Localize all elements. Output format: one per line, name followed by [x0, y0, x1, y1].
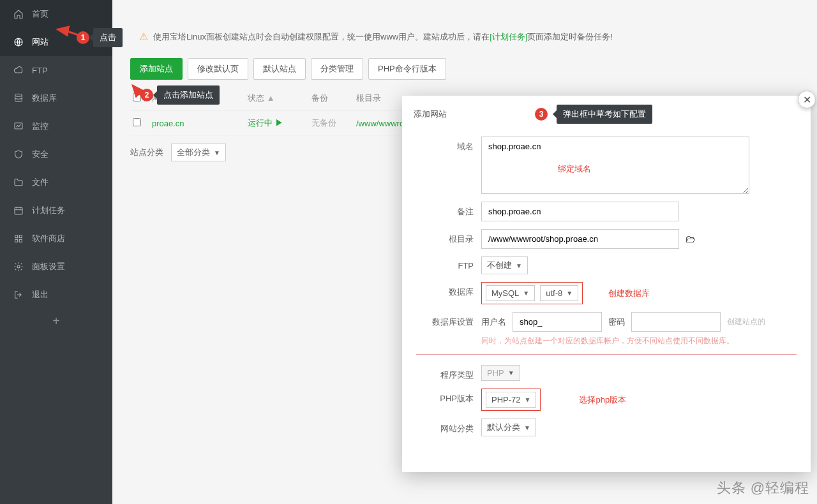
sidebar-item-label: 数据库 — [32, 93, 57, 104]
sidebar-item-label: 首页 — [32, 8, 49, 20]
sidebar-item-appstore[interactable]: 软件商店 — [0, 225, 112, 253]
sidebar-item-settings[interactable]: 面板设置 — [0, 253, 112, 281]
svg-rect-7 — [19, 239, 22, 242]
sidebar-item-label: 网站 — [32, 36, 49, 48]
row-checkbox[interactable] — [133, 118, 141, 126]
calendar-icon — [13, 205, 24, 216]
sidebar-item-label: 面板设置 — [32, 261, 65, 272]
step-badge-2: 2 — [140, 89, 153, 101]
root-input[interactable] — [481, 229, 679, 249]
sidebar-item-cron[interactable]: 计划任务 — [0, 196, 112, 225]
db-charset-select[interactable]: utf-8▼ — [540, 285, 578, 301]
globe-icon — [13, 36, 24, 48]
dbset-hint-right: 创建站点的 — [727, 316, 765, 327]
sidebar-item-label: 退出 — [32, 289, 49, 300]
alert-link[interactable]: [计划任务] — [490, 32, 527, 41]
chevron-down-icon: ▼ — [516, 262, 522, 269]
modify-default-button[interactable]: 修改默认页 — [188, 58, 248, 80]
phpver-group: PHP-72▼ — [481, 389, 541, 411]
folder-browse-icon[interactable]: 🗁 — [686, 233, 696, 245]
php-cli-button[interactable]: PHP命令行版本 — [368, 58, 446, 80]
add-site-modal: ✕ 添加网站 3 弹出框中草考如下配置 域名 shop.proae.cn 绑定域… — [402, 96, 811, 472]
dbset-pwd-input[interactable] — [631, 312, 721, 332]
dbset-user-label: 用户名 — [481, 316, 506, 328]
svg-point-8 — [17, 265, 20, 268]
domain-label: 域名 — [416, 137, 474, 152]
progtype-select: PHP▼ — [481, 365, 520, 381]
svg-rect-5 — [19, 235, 22, 238]
root-label: 根目录 — [416, 229, 474, 245]
svg-rect-6 — [15, 239, 18, 242]
category-mgmt-button[interactable]: 分类管理 — [311, 58, 363, 80]
grid-icon — [13, 233, 24, 244]
cat-select[interactable]: 默认分类▼ — [481, 419, 536, 436]
sidebar: 首页 网站 FTP 数据库 监控 安全 文件 计划任务 软件商店 面板设置 退出… — [0, 0, 112, 504]
sidebar-item-ftp[interactable]: FTP — [0, 56, 112, 84]
annotation-step-1: 1 点击 — [77, 28, 123, 47]
ftp-select[interactable]: 不创建▼ — [481, 256, 528, 274]
domain-note: 绑定域名 — [558, 163, 591, 175]
watermark: 头条 @轻编程 — [717, 478, 809, 498]
close-button[interactable]: ✕ — [798, 91, 816, 108]
add-site-button[interactable]: 添加站点 — [130, 58, 183, 80]
site-backup[interactable]: 无备份 — [311, 117, 356, 129]
sidebar-item-label: 文件 — [32, 177, 49, 188]
cat-label: 网站分类 — [416, 419, 474, 434]
domain-textarea[interactable]: shop.proae.cn — [481, 137, 749, 194]
phpver-note: 选择php版本 — [579, 394, 626, 406]
shield-icon — [13, 149, 24, 160]
sidebar-item-label: 安全 — [32, 149, 49, 160]
modal-title: 添加网站 — [414, 108, 447, 120]
database-icon — [13, 93, 24, 104]
svg-rect-4 — [15, 235, 18, 238]
svg-rect-3 — [15, 207, 22, 214]
folder-icon — [13, 177, 24, 188]
sidebar-add[interactable]: + — [0, 314, 112, 329]
chevron-down-icon: ▼ — [525, 396, 531, 403]
default-site-button[interactable]: 默认站点 — [253, 58, 306, 80]
warning-icon: ⚠ — [139, 31, 148, 43]
chart-icon — [13, 121, 24, 132]
db-engine-select[interactable]: MySQL▼ — [486, 285, 535, 301]
chevron-down-icon: ▼ — [214, 149, 220, 156]
step-label-1: 点击 — [93, 28, 123, 47]
sidebar-item-logout[interactable]: 退出 — [0, 281, 112, 309]
sidebar-item-monitor[interactable]: 监控 — [0, 112, 112, 140]
sidebar-item-label: FTP — [32, 66, 48, 75]
phpver-select[interactable]: PHP-72▼ — [486, 392, 536, 408]
remark-input[interactable] — [481, 202, 679, 221]
sidebar-item-files[interactable]: 文件 — [0, 168, 112, 196]
dbset-user-input[interactable] — [513, 312, 602, 332]
close-icon: ✕ — [803, 94, 811, 106]
logout-icon — [13, 289, 24, 300]
sidebar-item-label: 监控 — [32, 121, 49, 132]
filter-select[interactable]: 全部分类▼ — [171, 144, 226, 161]
db-note: 创建数据库 — [608, 288, 650, 299]
db-config-group: MySQL▼ utf-8▼ — [481, 282, 583, 304]
site-name-link[interactable]: proae.cn — [152, 119, 248, 128]
sidebar-item-security[interactable]: 安全 — [0, 140, 112, 168]
sidebar-item-home[interactable]: 首页 — [0, 0, 112, 28]
chevron-down-icon: ▼ — [524, 424, 530, 431]
step-label-2: 点击添加站点 — [157, 85, 220, 105]
dbset-label: 数据库设置 — [416, 312, 474, 328]
phpver-label: PHP版本 — [416, 389, 474, 404]
dbset-hint-line: 同时，为站点创建一个对应的数据库帐户，方便不同站点使用不同数据库。 — [481, 336, 734, 346]
modal-header: 添加网站 3 弹出框中草考如下配置 — [402, 96, 811, 133]
ftp-label: FTP — [416, 256, 474, 271]
step-label-3: 弹出框中草考如下配置 — [557, 105, 652, 124]
site-status[interactable]: 运行中 ▶ — [248, 117, 311, 129]
sidebar-item-database[interactable]: 数据库 — [0, 84, 112, 112]
sidebar-item-label: 计划任务 — [32, 205, 65, 216]
toolbar: 添加站点 修改默认页 默认站点 分类管理 PHP命令行版本 — [130, 58, 804, 80]
step-badge-3: 3 — [535, 108, 548, 121]
home-icon — [13, 8, 24, 20]
gear-icon — [13, 261, 24, 272]
annotation-step-2: 2 点击添加站点 — [140, 85, 220, 105]
chevron-down-icon: ▼ — [508, 369, 514, 376]
filter-label: 站点分类 — [130, 147, 163, 158]
alert-text: 使用宝塔Linux面板创建站点时会自动创建权限配置，统一使用www用户。建站成功… — [153, 31, 613, 43]
divider — [416, 354, 797, 355]
chevron-down-icon: ▼ — [566, 290, 573, 297]
sidebar-item-label: 软件商店 — [32, 233, 65, 244]
